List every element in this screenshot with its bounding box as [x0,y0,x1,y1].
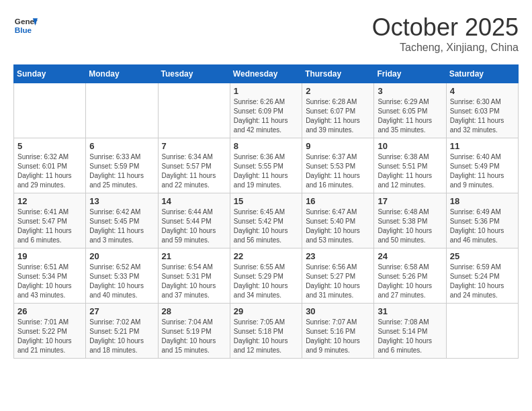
weekday-header-saturday: Saturday [446,65,518,83]
calendar-cell [86,83,158,138]
day-info: Sunrise: 6:49 AM Sunset: 5:36 PM Dayligh… [450,208,515,245]
day-info: Sunrise: 7:08 AM Sunset: 5:14 PM Dayligh… [378,318,442,355]
calendar-cell: 30Sunrise: 7:07 AM Sunset: 5:16 PM Dayli… [302,304,374,359]
page-header: General Blue October 2025 Tacheng, Xinji… [13,13,519,54]
day-number: 19 [17,251,82,261]
calendar-cell: 9Sunrise: 6:37 AM Sunset: 5:53 PM Daylig… [302,138,374,193]
day-info: Sunrise: 6:29 AM Sunset: 6:05 PM Dayligh… [378,97,442,135]
weekday-header-thursday: Thursday [302,65,374,83]
day-number: 13 [89,196,154,206]
calendar-cell: 15Sunrise: 6:45 AM Sunset: 5:42 PM Dayli… [230,193,302,248]
day-number: 4 [450,86,515,96]
day-info: Sunrise: 6:41 AM Sunset: 5:47 PM Dayligh… [17,208,82,245]
calendar-cell: 10Sunrise: 6:38 AM Sunset: 5:51 PM Dayli… [374,138,446,193]
day-info: Sunrise: 6:56 AM Sunset: 5:27 PM Dayligh… [306,263,370,300]
day-info: Sunrise: 7:01 AM Sunset: 5:22 PM Dayligh… [17,318,82,355]
day-info: Sunrise: 6:37 AM Sunset: 5:53 PM Dayligh… [306,152,370,190]
logo-icon: General Blue [13,13,38,38]
day-info: Sunrise: 7:04 AM Sunset: 5:19 PM Dayligh… [162,318,226,355]
calendar-cell: 28Sunrise: 7:04 AM Sunset: 5:19 PM Dayli… [158,304,230,359]
weekday-header-row: SundayMondayTuesdayWednesdayThursdayFrid… [14,65,519,83]
calendar-cell: 12Sunrise: 6:41 AM Sunset: 5:47 PM Dayli… [14,193,86,248]
day-info: Sunrise: 6:54 AM Sunset: 5:31 PM Dayligh… [162,263,226,300]
calendar-cell: 8Sunrise: 6:36 AM Sunset: 5:55 PM Daylig… [230,138,302,193]
day-number: 29 [234,306,298,316]
day-number: 8 [234,141,298,151]
day-info: Sunrise: 7:07 AM Sunset: 5:16 PM Dayligh… [306,318,370,355]
calendar-cell: 4Sunrise: 6:30 AM Sunset: 6:03 PM Daylig… [446,83,518,138]
day-number: 20 [89,251,154,261]
day-info: Sunrise: 6:40 AM Sunset: 5:49 PM Dayligh… [450,152,515,190]
svg-text:Blue: Blue [15,26,32,34]
day-number: 15 [234,196,298,206]
day-number: 3 [378,86,442,96]
calendar-week-3: 12Sunrise: 6:41 AM Sunset: 5:47 PM Dayli… [14,193,519,248]
day-info: Sunrise: 6:26 AM Sunset: 6:09 PM Dayligh… [234,97,298,135]
calendar-cell: 26Sunrise: 7:01 AM Sunset: 5:22 PM Dayli… [14,304,86,359]
calendar-week-5: 26Sunrise: 7:01 AM Sunset: 5:22 PM Dayli… [14,304,519,359]
day-number: 12 [17,196,82,206]
calendar-cell: 5Sunrise: 6:32 AM Sunset: 6:01 PM Daylig… [14,138,86,193]
day-number: 5 [17,141,82,151]
calendar-cell: 20Sunrise: 6:52 AM Sunset: 5:33 PM Dayli… [86,248,158,304]
weekday-header-tuesday: Tuesday [158,65,230,83]
calendar-cell: 3Sunrise: 6:29 AM Sunset: 6:05 PM Daylig… [374,83,446,138]
day-number: 17 [378,196,442,206]
day-number: 16 [306,196,370,206]
day-number: 18 [450,196,515,206]
day-info: Sunrise: 6:59 AM Sunset: 5:24 PM Dayligh… [450,263,515,300]
day-number: 10 [378,141,442,151]
day-info: Sunrise: 6:42 AM Sunset: 5:45 PM Dayligh… [89,208,154,245]
day-number: 27 [89,306,154,316]
calendar-table: SundayMondayTuesdayWednesdayThursdayFrid… [13,64,519,359]
calendar-cell: 7Sunrise: 6:34 AM Sunset: 5:57 PM Daylig… [158,138,230,193]
calendar-cell: 14Sunrise: 6:44 AM Sunset: 5:44 PM Dayli… [158,193,230,248]
day-number: 25 [450,251,515,261]
day-number: 9 [306,141,370,151]
calendar-cell: 22Sunrise: 6:55 AM Sunset: 5:29 PM Dayli… [230,248,302,304]
calendar-cell: 18Sunrise: 6:49 AM Sunset: 5:36 PM Dayli… [446,193,518,248]
calendar-week-4: 19Sunrise: 6:51 AM Sunset: 5:34 PM Dayli… [14,248,519,304]
day-number: 7 [162,141,226,151]
calendar-cell: 27Sunrise: 7:02 AM Sunset: 5:21 PM Dayli… [86,304,158,359]
weekday-header-friday: Friday [374,65,446,83]
calendar-cell: 17Sunrise: 6:48 AM Sunset: 5:38 PM Dayli… [374,193,446,248]
location-subtitle: Tacheng, Xinjiang, China [372,42,519,54]
day-info: Sunrise: 7:05 AM Sunset: 5:18 PM Dayligh… [234,318,298,355]
calendar-cell: 23Sunrise: 6:56 AM Sunset: 5:27 PM Dayli… [302,248,374,304]
weekday-header-wednesday: Wednesday [230,65,302,83]
calendar-cell: 24Sunrise: 6:58 AM Sunset: 5:26 PM Dayli… [374,248,446,304]
day-number: 1 [234,86,298,96]
day-info: Sunrise: 6:51 AM Sunset: 5:34 PM Dayligh… [17,263,82,300]
title-block: October 2025 Tacheng, Xinjiang, China [372,13,519,54]
day-info: Sunrise: 6:33 AM Sunset: 5:59 PM Dayligh… [89,152,154,190]
day-info: Sunrise: 6:48 AM Sunset: 5:38 PM Dayligh… [378,208,442,245]
calendar-week-1: 1Sunrise: 6:26 AM Sunset: 6:09 PM Daylig… [14,83,519,138]
day-info: Sunrise: 6:44 AM Sunset: 5:44 PM Dayligh… [162,208,226,245]
calendar-cell [158,83,230,138]
weekday-header-monday: Monday [86,65,158,83]
day-info: Sunrise: 6:55 AM Sunset: 5:29 PM Dayligh… [234,263,298,300]
day-info: Sunrise: 6:58 AM Sunset: 5:26 PM Dayligh… [378,263,442,300]
day-info: Sunrise: 6:34 AM Sunset: 5:57 PM Dayligh… [162,152,226,190]
calendar-week-2: 5Sunrise: 6:32 AM Sunset: 6:01 PM Daylig… [14,138,519,193]
calendar-cell: 6Sunrise: 6:33 AM Sunset: 5:59 PM Daylig… [86,138,158,193]
day-number: 23 [306,251,370,261]
day-info: Sunrise: 6:38 AM Sunset: 5:51 PM Dayligh… [378,152,442,190]
day-info: Sunrise: 6:30 AM Sunset: 6:03 PM Dayligh… [450,97,515,135]
day-number: 6 [89,141,154,151]
calendar-cell: 1Sunrise: 6:26 AM Sunset: 6:09 PM Daylig… [230,83,302,138]
day-number: 2 [306,86,370,96]
day-number: 26 [17,306,82,316]
day-number: 22 [234,251,298,261]
day-number: 24 [378,251,442,261]
day-info: Sunrise: 6:47 AM Sunset: 5:40 PM Dayligh… [306,208,370,245]
day-number: 30 [306,306,370,316]
day-number: 31 [378,306,442,316]
day-info: Sunrise: 6:28 AM Sunset: 6:07 PM Dayligh… [306,97,370,135]
day-info: Sunrise: 7:02 AM Sunset: 5:21 PM Dayligh… [89,318,154,355]
day-info: Sunrise: 6:32 AM Sunset: 6:01 PM Dayligh… [17,152,82,190]
calendar-cell [446,304,518,359]
month-title: October 2025 [372,13,519,42]
calendar-cell: 16Sunrise: 6:47 AM Sunset: 5:40 PM Dayli… [302,193,374,248]
